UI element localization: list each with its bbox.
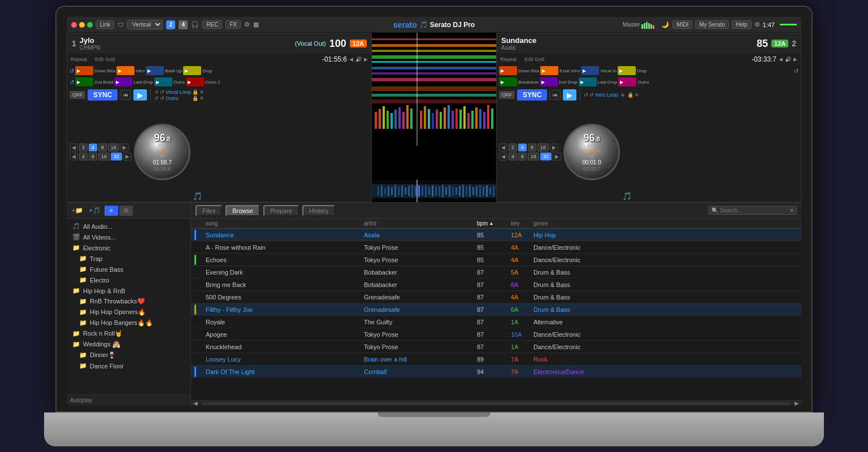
deck2-next-arrow2[interactable]: ▶ [553, 153, 561, 160]
sidebar-item-electronic[interactable]: 📁 Electronic [67, 242, 190, 253]
deck2-bj-16[interactable]: 16 [537, 144, 549, 151]
sidebar-item-future-bass[interactable]: 📁 Future Bass [67, 264, 190, 275]
my-serato-button[interactable]: My Serato [695, 20, 729, 29]
col-genre[interactable]: genre [530, 220, 790, 227]
deck2-edit-grid[interactable]: Edit Grid [524, 56, 544, 62]
deck2-sync-button[interactable]: SYNC [517, 89, 547, 101]
col-artist[interactable]: artist [361, 220, 474, 227]
deck1-cue-4[interactable]: ▶ [183, 66, 201, 75]
deck1-bj2-4[interactable]: 4 [79, 153, 88, 160]
deck2-cue-6[interactable]: ▶ [540, 77, 558, 86]
col-song[interactable]: song [202, 220, 361, 227]
deck2-platter[interactable]: 96.8 REL +13.9% ±8 00:01.0 03:33.7 [563, 124, 620, 180]
deck2-cue-4[interactable]: ▶ [618, 66, 636, 75]
deck1-prev-track[interactable]: ⏮ [120, 90, 131, 100]
horizontal-scrollbar[interactable]: ◀ ▶ [191, 400, 801, 406]
deck-num2[interactable]: 4 [179, 20, 188, 29]
deck2-next-btn[interactable]: ▶ [793, 56, 797, 62]
deck2-prev-arrow[interactable]: ◀ [499, 144, 507, 151]
deck2-bj2-16[interactable]: 16 [528, 153, 539, 160]
deck2-bj2-8[interactable]: 8 [518, 153, 527, 160]
sidebar-item-weddings[interactable]: 📁 Weddings 👰 [67, 339, 190, 350]
deck2-add-loop[interactable]: + [619, 90, 626, 99]
deck1-cue-5[interactable]: ▶ [75, 77, 93, 86]
sidebar-item-hiphop-openers[interactable]: 📁 Hip Hop Openers🔥 [67, 307, 190, 318]
scroll-right-arrow[interactable]: ▶ [792, 400, 801, 406]
deck2-prev-arrow2[interactable]: ◀ [499, 153, 507, 160]
deck1-bj2-16[interactable]: 16 [98, 153, 110, 160]
table-row[interactable]: A - Rose without Rain Tokyo Prose 85 4A … [191, 241, 801, 254]
tab-history[interactable]: History [302, 205, 335, 216]
sidebar-item-rnb[interactable]: 📁 RnB Throwbacks❤️ [67, 296, 190, 307]
midi-button[interactable]: MIDI [672, 20, 692, 29]
tab-browse[interactable]: Browse [225, 205, 260, 216]
table-row[interactable]: 500 Degrees Grenadesafe 87 4A Drum & Bas… [191, 291, 801, 303]
deck1-loop2-close[interactable]: ✕ [199, 95, 204, 101]
sidebar-item-hiphop-bangers[interactable]: 📁 Hip Hop Bangers🔥🔥 [67, 318, 190, 328]
layout-select[interactable]: Vertical [127, 20, 163, 29]
deck2-prev-btn[interactable]: ◀ [779, 56, 783, 62]
deck1-cue-3[interactable]: ▶ [146, 66, 164, 75]
deck2-off-button[interactable]: OFF [499, 91, 515, 99]
table-row[interactable]: Royale The Guilty 87 1A Alternative [191, 316, 801, 328]
deck1-cue-7[interactable]: ▶ [154, 77, 172, 86]
deck1-loop2-lock[interactable]: 🔒 [192, 95, 198, 101]
deck2-cue-3[interactable]: ▶ [581, 66, 599, 75]
deck2-loop1-close[interactable]: ✕ [635, 92, 639, 98]
deck2-bj2-4[interactable]: 4 [509, 153, 517, 160]
deck1-cue-1[interactable]: ▶ [75, 66, 93, 75]
tab-files[interactable]: Files [196, 205, 222, 216]
table-row[interactable]: Knucklehead Tokyo Prose 87 1A Dance/Elec… [191, 341, 801, 353]
deck1-edit-grid[interactable]: Edit Grid [95, 56, 115, 62]
sidebar-add2-button[interactable]: +🎵 [87, 206, 102, 215]
deck1-prev-arrow2[interactable]: ◀ [70, 153, 78, 160]
deck1-play-button[interactable]: ▶ [133, 89, 147, 101]
list-view-button[interactable]: ≡ [105, 206, 118, 216]
deck2-bj2-32[interactable]: 32 [540, 153, 552, 160]
deck2-play-button[interactable]: ▶ [563, 89, 576, 101]
deck1-platter[interactable]: 96.8 REL -3.2% ±8 01:58.7 01:55.6 [134, 124, 190, 180]
deck1-cue-2[interactable]: ▶ [116, 66, 134, 75]
deck1-cue-6[interactable]: ▶ [114, 77, 132, 86]
deck2-cue-7[interactable]: ▶ [579, 77, 597, 86]
table-row[interactable]: Apogee Tokyo Prose 87 10A Dance/Electron… [191, 328, 801, 341]
deck1-next-btn[interactable]: ▶ [364, 56, 368, 62]
deck2-wave-scroll[interactable]: 🔊 [785, 56, 791, 62]
deck2-cue-2[interactable]: ▶ [540, 66, 558, 75]
deck1-cue-8[interactable]: ▶ [186, 77, 204, 86]
help-button[interactable]: Help [732, 20, 752, 29]
deck2-next-arrow[interactable]: ▶ [550, 144, 558, 151]
deck1-loop1-lock[interactable]: 🔒 [192, 89, 198, 95]
link-button[interactable]: Link [96, 20, 114, 29]
close-search-button[interactable]: ✕ [789, 207, 794, 214]
deck2-bj-2[interactable]: 2 [509, 144, 517, 151]
deck2-repeat[interactable]: Repeat [500, 56, 517, 62]
deck1-prev-arrow[interactable]: ◀ [70, 144, 78, 151]
sidebar-item-dinner[interactable]: 📁 Dinner🍷 [67, 350, 190, 360]
table-row[interactable]: Loosey Lucy Brain over a hill 89 7A Rock [191, 353, 801, 366]
settings-icon[interactable]: ⚙ [244, 21, 250, 28]
table-row[interactable]: Sundance Asala 85 12A Hip Hop [191, 229, 801, 241]
deck1-bj2-8[interactable]: 8 [89, 153, 97, 160]
sidebar-item-all-audio[interactable]: 🎵 All Audio... [67, 221, 190, 232]
deck1-bj-8[interactable]: 8 [98, 144, 107, 151]
deck1-bj2-32[interactable]: 32 [111, 153, 122, 160]
sidebar-item-electro[interactable]: 📁 Electro [67, 275, 190, 285]
deck1-bj-4[interactable]: 4 [89, 144, 97, 151]
search-input[interactable] [720, 207, 788, 214]
gear-icon[interactable]: ⚙ [754, 21, 760, 28]
minimize-button[interactable] [79, 22, 85, 28]
deck1-loop1-close[interactable]: ✕ [199, 89, 204, 95]
grid-icon[interactable]: ▦ [253, 21, 259, 28]
sidebar-item-rock[interactable]: 📁 Rock n Roll🤘 [67, 328, 190, 339]
rec-button[interactable]: REC [202, 20, 222, 29]
deck1-next-arrow2[interactable]: ▶ [123, 153, 132, 160]
deck2-loop1-lock[interactable]: 🔒 [627, 92, 633, 98]
tab-prepare[interactable]: Prepare [263, 205, 299, 216]
scroll-left-arrow[interactable]: ◀ [191, 400, 200, 406]
sidebar-item-hiphop[interactable]: 📁 Hip Hop & RnB [67, 285, 190, 296]
sidebar-item-trap[interactable]: 📁 Trap [67, 253, 190, 264]
sidebar-item-all-videos[interactable]: 🎬 All Videos... [67, 232, 190, 242]
deck2-prev-track[interactable]: ⏮ [549, 90, 561, 100]
deck1-wave-scroll[interactable]: 🔊 [355, 56, 362, 62]
